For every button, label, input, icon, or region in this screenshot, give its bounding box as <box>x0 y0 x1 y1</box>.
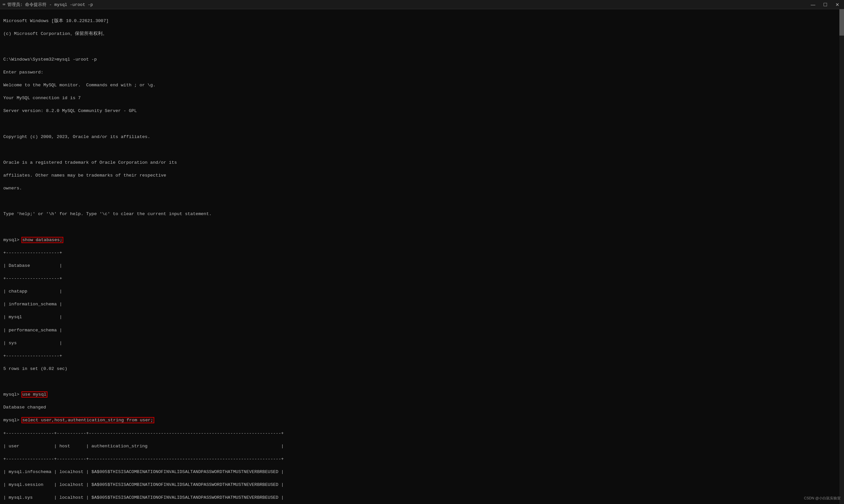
terminal-window: ⌨ 管理员: 命令提示符 - mysql -uroot -p — ☐ ✕ Mic… <box>0 0 844 504</box>
line-5: Enter password: <box>3 69 841 76</box>
line-9 <box>3 121 841 127</box>
line-16: Type 'help;' or '\h' for help. Type '\c'… <box>3 211 841 217</box>
line-13: affiliates. Other names may be trademark… <box>3 172 841 179</box>
db-header: | Database | <box>3 263 841 269</box>
terminal-content[interactable]: Microsoft Windows [版本 10.0.22621.3007] (… <box>0 9 844 504</box>
db-changed: Database changed <box>3 404 841 411</box>
watermark: CSDN @小白鼠实验室 <box>804 496 841 501</box>
table-row-1: | mysql.infoschema | localhost | $A$005$… <box>3 469 841 475</box>
db-row-1: | chatapp | <box>3 288 841 295</box>
db-row-2: | information_schema | <box>3 301 841 308</box>
cmd2-line: mysql> use mysql <box>3 391 841 398</box>
close-button[interactable]: ✕ <box>833 1 841 8</box>
line-8: Server version: 8.2.0 MySQL Community Se… <box>3 108 841 114</box>
db-row-3: | mysql | <box>3 314 841 321</box>
line-1: Microsoft Windows [版本 10.0.22621.3007] <box>3 18 841 24</box>
line-3 <box>3 43 841 50</box>
title-bar-controls[interactable]: — ☐ ✕ <box>809 1 841 8</box>
line-4: C:\Windows\System32>mysql -uroot -p <box>3 56 841 63</box>
cmd1-prompt: mysql> <box>3 237 22 242</box>
line-14: owners. <box>3 185 841 192</box>
table-top: +------------------+-----------+--------… <box>3 430 841 437</box>
line-15 <box>3 198 841 204</box>
window-title: 管理员: 命令提示符 - mysql -uroot -p <box>7 2 93 7</box>
restore-button[interactable]: ☐ <box>821 1 829 8</box>
line-11 <box>3 147 841 153</box>
line-2: (c) Microsoft Corporation。保留所有权利。 <box>3 31 841 37</box>
table-mid: +------------------+-----------+--------… <box>3 456 841 463</box>
cmd3-line: mysql> select user,host,authentication_s… <box>3 417 841 424</box>
scrollbar-thumb[interactable] <box>839 9 844 36</box>
line-6: Welcome to the MySQL monitor. Commands e… <box>3 82 841 89</box>
db-bottom-border: +--------------------+ <box>3 353 841 359</box>
db-row-4: | performance_schema | <box>3 327 841 334</box>
line-7: Your MySQL connection id is 7 <box>3 95 841 102</box>
table-row-2: | mysql.session | localhost | $A$005$THI… <box>3 482 841 488</box>
db-result: 5 rows in set (0.02 sec) <box>3 366 841 372</box>
line-12: Oracle is a registered trademark of Orac… <box>3 159 841 166</box>
scrollbar[interactable] <box>839 9 844 504</box>
db-row-5: | sys | <box>3 340 841 346</box>
title-bar-left: ⌨ 管理员: 命令提示符 - mysql -uroot -p <box>3 2 93 7</box>
cmd1-line: mysql> show databases; <box>3 237 841 244</box>
db-top-border: +--------------------+ <box>3 250 841 256</box>
cmd2-text: use mysql <box>22 392 47 397</box>
spacer-1 <box>3 378 841 385</box>
table-header: | user | host | authentication_string | <box>3 443 841 450</box>
db-mid-border: +--------------------+ <box>3 275 841 282</box>
line-10: Copyright (c) 2000, 2023, Oracle and/or … <box>3 134 841 140</box>
cmd2-prompt: mysql> <box>3 392 22 397</box>
cmd3-text: select user,host,authentication_string f… <box>22 418 154 422</box>
table-row-3: | mysql.sys | localhost | $A$005$THISISA… <box>3 494 841 501</box>
cmd1-text: show databases; <box>22 237 63 242</box>
terminal-icon: ⌨ <box>3 2 5 7</box>
cmd3-prompt: mysql> <box>3 418 22 422</box>
minimize-button[interactable]: — <box>809 1 817 8</box>
line-17 <box>3 224 841 231</box>
title-bar: ⌨ 管理员: 命令提示符 - mysql -uroot -p — ☐ ✕ <box>0 0 844 9</box>
